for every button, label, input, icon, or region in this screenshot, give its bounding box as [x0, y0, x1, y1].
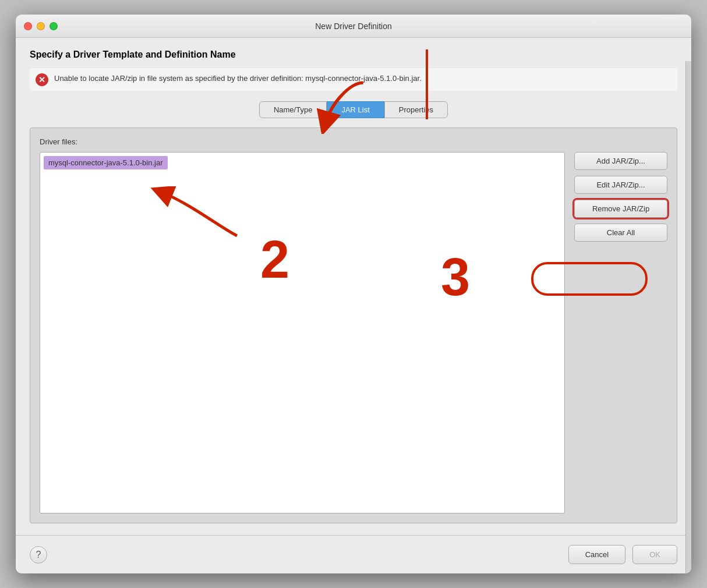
ok-button[interactable]: OK	[632, 545, 677, 564]
error-icon: ✕	[36, 73, 48, 86]
bottom-bar: ? Cancel OK	[16, 535, 691, 573]
window-title: New Driver Definition	[315, 22, 391, 31]
remove-jar-button[interactable]: Remove JAR/Zip	[574, 200, 667, 218]
tab-properties[interactable]: Properties	[384, 101, 448, 118]
tab-jar-list[interactable]: JAR List	[327, 101, 384, 118]
side-buttons: Add JAR/Zip... Edit JAR/Zip... Remove JA…	[574, 152, 667, 513]
driver-files-label: Driver files:	[40, 137, 667, 146]
maximize-button[interactable]	[50, 22, 58, 30]
titlebar: New Driver Definition	[16, 15, 691, 38]
dialog-new-driver-definition: New Driver Definition Specify a Driver T…	[16, 15, 691, 573]
close-button[interactable]	[24, 22, 32, 30]
help-button[interactable]: ?	[30, 546, 47, 564]
tab-name-type[interactable]: Name/Type	[259, 101, 327, 118]
error-text: Unable to locate JAR/zip in file system …	[54, 73, 422, 84]
error-banner: ✕ Unable to locate JAR/zip in file syste…	[30, 68, 677, 91]
scrollbar	[685, 61, 691, 573]
tab-bar: Name/Type JAR List Properties	[30, 101, 677, 118]
window-controls	[24, 22, 58, 30]
dialog-action-buttons: Cancel OK	[568, 545, 677, 564]
add-jar-button[interactable]: Add JAR/Zip...	[574, 152, 667, 170]
file-list[interactable]: mysql-connector-java-5.1.0-bin.jar	[40, 152, 565, 513]
cancel-button[interactable]: Cancel	[568, 545, 625, 564]
clear-all-button[interactable]: Clear All	[574, 224, 667, 242]
minimize-button[interactable]	[37, 22, 45, 30]
section-heading: Specify a Driver Template and Definition…	[30, 49, 677, 60]
file-item[interactable]: mysql-connector-java-5.1.0-bin.jar	[44, 156, 168, 169]
panel-content: mysql-connector-java-5.1.0-bin.jar Add J…	[40, 152, 667, 513]
jar-list-panel: Driver files: mysql-connector-java-5.1.0…	[30, 127, 677, 523]
edit-jar-button[interactable]: Edit JAR/Zip...	[574, 176, 667, 194]
dialog-content: Specify a Driver Template and Definition…	[16, 38, 691, 535]
